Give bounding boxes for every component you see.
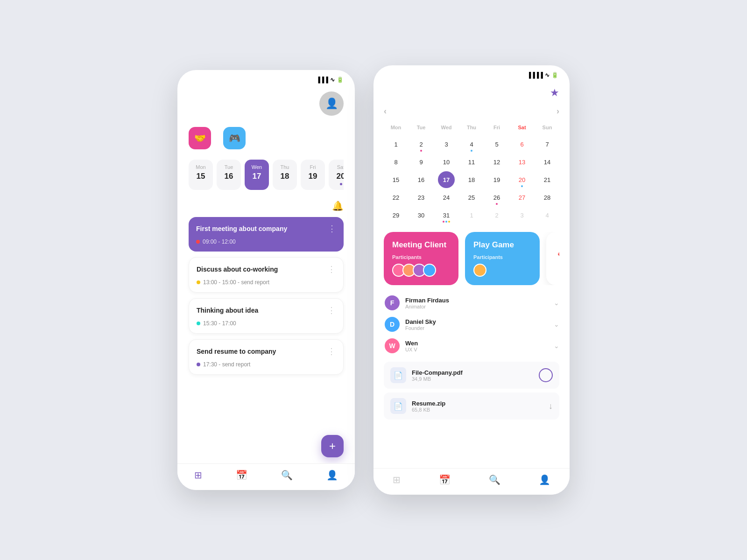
task-time-text-0: 09:00 - 12:00 xyxy=(203,238,236,245)
cal-cell-w1-d6[interactable]: 14 xyxy=(539,154,556,170)
add-task-fab[interactable]: + xyxy=(321,435,344,457)
date-item-5[interactable]: Sat 20 xyxy=(329,160,344,190)
tasks-area: First meeting about company ⋮ 09:00 - 12… xyxy=(189,217,344,431)
plan-card-1[interactable]: 🎮 xyxy=(223,127,250,149)
bell-icon[interactable]: 🔔 xyxy=(332,200,344,211)
day-num-2: 17 xyxy=(253,172,261,181)
day-name-0: Mon xyxy=(196,164,205,170)
day-num-0: 15 xyxy=(197,172,205,181)
nav-calendar-right[interactable]: 📅 xyxy=(439,474,451,485)
cal-cell-w0-d4[interactable]: 5 xyxy=(488,136,505,153)
plan-card-0[interactable]: 🤝 xyxy=(189,127,216,149)
cal-cell-w4-d3[interactable]: 1 xyxy=(463,207,480,224)
cal-cell-w1-d3[interactable]: 11 xyxy=(463,154,480,170)
cal-cell-w1-d2[interactable]: 10 xyxy=(438,154,455,170)
nav-calendar-left[interactable]: 📅 xyxy=(236,469,247,481)
star-icon[interactable]: ★ xyxy=(550,87,559,99)
task-options-0[interactable]: ⋮ xyxy=(328,224,336,234)
participant-row-2[interactable]: W Wen UX V ⌄ xyxy=(384,337,559,354)
date-item-2[interactable]: Wen 17 xyxy=(245,160,269,190)
cal-header-mon: Mon xyxy=(384,123,408,135)
cal-cell-w3-d0[interactable]: 22 xyxy=(388,189,404,206)
avatar[interactable]: 👤 xyxy=(319,91,344,116)
cal-cell-w4-d1[interactable]: 30 xyxy=(413,207,430,224)
nav-grid-right[interactable]: ⊞ xyxy=(393,474,401,485)
participant-role-0: Animator xyxy=(405,304,449,309)
cal-cell-w2-d5[interactable]: 20 xyxy=(514,171,530,188)
file-row-0[interactable]: 📄 File-Company.pdf 34,9 MB xyxy=(384,362,559,389)
cal-cell-w4-d2[interactable]: 31 xyxy=(438,207,455,224)
nav-user-left[interactable]: 👤 xyxy=(326,469,338,481)
cal-cell-w2-d0[interactable]: 15 xyxy=(388,171,404,188)
activity-card-0[interactable]: Meeting Client Participants xyxy=(384,232,458,285)
cal-cell-w0-d3[interactable]: 4 xyxy=(463,136,480,153)
expand-icon-0[interactable]: ⌄ xyxy=(554,299,559,307)
nav-grid-left[interactable]: ⊞ xyxy=(194,469,202,481)
cal-header-tue: Tue xyxy=(409,123,433,135)
cal-cell-w2-d1[interactable]: 16 xyxy=(413,171,430,188)
files-list: 📄 File-Company.pdf 34,9 MB 📄 Resume.zip … xyxy=(384,362,559,420)
cal-cell-w0-d1[interactable]: 2 xyxy=(413,136,430,153)
cal-cell-w3-d3[interactable]: 25 xyxy=(463,189,480,206)
cal-cell-w0-d5[interactable]: 6 xyxy=(514,136,530,153)
date-item-1[interactable]: Tue 16 xyxy=(217,160,241,190)
nav-search-left[interactable]: 🔍 xyxy=(281,469,293,481)
cal-cell-w1-d1[interactable]: 9 xyxy=(413,154,430,170)
create-icon: ✏️ xyxy=(557,251,560,266)
cal-cell-w4-d4[interactable]: 2 xyxy=(488,207,505,224)
cal-cell-w1-d4[interactable]: 12 xyxy=(488,154,505,170)
activity-card-1[interactable]: Play Game Participants xyxy=(465,232,540,285)
cal-cell-w3-d5[interactable]: 27 xyxy=(514,189,530,206)
cal-cell-w0-d0[interactable]: 1 xyxy=(388,136,404,153)
file-icon-1: 📄 xyxy=(390,398,406,414)
sat-dot xyxy=(340,183,342,185)
nav-user-right[interactable]: 👤 xyxy=(539,474,550,485)
signal-icon: ▐▐▐ xyxy=(316,77,328,83)
cal-cell-w4-d6[interactable]: 4 xyxy=(539,207,556,224)
task-options-3[interactable]: ⋮ xyxy=(327,346,336,357)
participant-row-0[interactable]: F Firman Firdaus Animator ⌄ xyxy=(384,294,559,311)
file-name-0: File-Company.pdf xyxy=(412,369,463,376)
cal-header-thu: Thu xyxy=(459,123,484,135)
cal-cell-w2-d4[interactable]: 19 xyxy=(488,171,505,188)
cal-cell-w4-d5[interactable]: 3 xyxy=(514,207,530,224)
download-icon-1[interactable]: ↓ xyxy=(549,401,553,411)
cal-cell-w3-d1[interactable]: 23 xyxy=(413,189,430,206)
participant-role-1: Founder xyxy=(405,325,436,331)
expand-icon-2[interactable]: ⌄ xyxy=(554,342,559,350)
date-item-4[interactable]: Fri 19 xyxy=(301,160,325,190)
file-row-1[interactable]: 📄 Resume.zip 65,8 KB ↓ xyxy=(384,392,559,420)
cal-cell-w3-d4[interactable]: 26 xyxy=(488,189,505,206)
signal-icons-right: ▐▐▐▐ ∿ 🔋 xyxy=(527,72,558,78)
task-card-0[interactable]: First meeting about company ⋮ 09:00 - 12… xyxy=(189,217,344,252)
cal-cell-w1-d0[interactable]: 8 xyxy=(388,154,404,170)
cal-cell-w2-d6[interactable]: 21 xyxy=(539,171,556,188)
cal-dots-w4-d2 xyxy=(443,221,450,223)
nav-search-right[interactable]: 🔍 xyxy=(489,474,500,485)
date-item-3[interactable]: Thu 18 xyxy=(273,160,297,190)
cal-cell-w0-d2[interactable]: 3 xyxy=(438,136,455,153)
task-card-1[interactable]: Discuss about co-working ⋮ 13:00 - 15:00… xyxy=(189,257,344,293)
create-activity-card[interactable]: ✏️ xyxy=(546,232,559,285)
cal-cell-w4-d0[interactable]: 29 xyxy=(388,207,404,224)
cal-cell-w3-d2[interactable]: 24 xyxy=(438,189,455,206)
expand-icon-1[interactable]: ⌄ xyxy=(554,321,559,328)
cal-cell-w0-d6[interactable]: 7 xyxy=(539,136,556,153)
date-item-0[interactable]: Mon 15 xyxy=(189,160,213,190)
cal-cell-w3-d6[interactable]: 28 xyxy=(539,189,556,206)
task-options-2[interactable]: ⋮ xyxy=(327,305,336,315)
task-card-2[interactable]: Thinking about idea ⋮ 15:30 - 17:00 xyxy=(189,298,344,334)
task-header-3: Send resume to company ⋮ xyxy=(197,346,336,357)
cal-cell-w1-d5[interactable]: 13 xyxy=(514,154,530,170)
cal-cell-w2-d3[interactable]: 18 xyxy=(463,171,480,188)
activity-cards: Meeting Client Participants Play Game Pa… xyxy=(384,232,559,285)
prev-month-button[interactable]: ‹ xyxy=(384,106,387,116)
task-card-3[interactable]: Send resume to company ⋮ 17:30 - send re… xyxy=(189,339,344,375)
calendar: ‹ › MonTueWedThuFriSatSun123456789101112… xyxy=(384,106,559,224)
task-time-text-2: 15:30 - 17:00 xyxy=(203,320,236,327)
participant-row-1[interactable]: D Daniel Sky Founder ⌄ xyxy=(384,316,559,333)
cal-cell-w2-d2[interactable]: 17 xyxy=(438,171,455,188)
next-month-button[interactable]: › xyxy=(557,106,559,116)
circle-action-0[interactable] xyxy=(539,368,553,382)
task-options-1[interactable]: ⋮ xyxy=(327,264,336,274)
